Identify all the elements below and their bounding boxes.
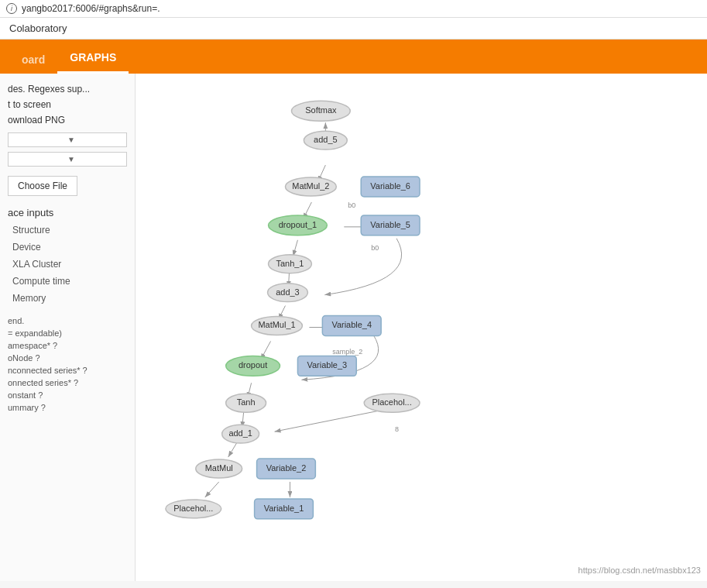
nav-item-board[interactable]: oard bbox=[9, 46, 57, 74]
choose-file-button[interactable]: Choose File bbox=[8, 176, 77, 196]
node-add1[interactable]: add_1 bbox=[222, 425, 259, 443]
sidebar-item-compute[interactable]: Compute time bbox=[0, 273, 135, 290]
select-1[interactable]: ▼ bbox=[8, 132, 127, 147]
svg-text:dropout_1: dropout_1 bbox=[279, 220, 317, 229]
node-variable6[interactable]: Variable_6 bbox=[361, 177, 420, 197]
svg-text:Variable_6: Variable_6 bbox=[370, 181, 410, 191]
select-1-arrow: ▼ bbox=[67, 136, 122, 144]
svg-line-14 bbox=[228, 442, 238, 457]
svg-text:b0: b0 bbox=[348, 201, 355, 209]
node-matmul2[interactable]: MatMul_2 bbox=[285, 177, 336, 196]
select-2-arrow: ▼ bbox=[67, 155, 122, 163]
legend-constant[interactable]: onstant ? bbox=[0, 389, 135, 401]
svg-text:Variable_5: Variable_5 bbox=[370, 220, 410, 229]
svg-text:Softmax: Softmax bbox=[305, 105, 337, 115]
node-variable1[interactable]: Variable_1 bbox=[255, 499, 314, 519]
node-variable2[interactable]: Variable_2 bbox=[257, 459, 316, 479]
node-placeholder-left[interactable]: Placehol... bbox=[166, 500, 221, 518]
svg-text:Placehol...: Placehol... bbox=[372, 397, 411, 407]
legend-namespace[interactable]: amespace* ? bbox=[0, 339, 135, 352]
node-variable3[interactable]: Variable_3 bbox=[297, 356, 356, 376]
inputs-heading: ace inputs bbox=[0, 201, 135, 222]
sidebar-item-structure[interactable]: Structure bbox=[0, 222, 135, 239]
node-dropout1[interactable]: dropout_1 bbox=[269, 215, 328, 236]
svg-text:Tanh: Tanh bbox=[237, 397, 256, 407]
app-title: Colaboratory bbox=[9, 22, 67, 34]
graph-svg: Softmax add_5 MatMul_2 Variable_6 dropou… bbox=[136, 74, 707, 581]
svg-text:add_5: add_5 bbox=[314, 135, 338, 144]
svg-text:Placehol...: Placehol... bbox=[173, 504, 213, 513]
sidebar: des. Regexes sup... t to screen ownload … bbox=[0, 74, 136, 581]
node-matmul1[interactable]: MatMul_1 bbox=[252, 317, 303, 335]
graph-area[interactable]: Softmax add_5 MatMul_2 Variable_6 dropou… bbox=[136, 74, 707, 581]
app-title-bar: Colaboratory bbox=[0, 18, 707, 40]
legend-expandable: = expandable) bbox=[0, 327, 135, 339]
svg-text:MatMul_2: MatMul_2 bbox=[292, 181, 329, 191]
svg-text:Variable_2: Variable_2 bbox=[266, 463, 307, 473]
url-text: yangbo2017:6006/#graphs&run=. bbox=[22, 3, 160, 14]
svg-text:add_3: add_3 bbox=[276, 287, 300, 297]
svg-line-16 bbox=[205, 482, 219, 497]
legend-connected[interactable]: onnected series* ? bbox=[0, 377, 135, 389]
node-softmax[interactable]: Softmax bbox=[291, 101, 350, 121]
sidebar-item-memory[interactable]: Memory bbox=[0, 290, 135, 307]
node-placeholder-right[interactable]: Placehol... bbox=[364, 394, 420, 412]
node-matmul[interactable]: MatMul bbox=[196, 459, 242, 478]
svg-text:MatMul: MatMul bbox=[205, 463, 233, 473]
svg-text:Tanh_1: Tanh_1 bbox=[276, 259, 304, 268]
svg-text:Variable_1: Variable_1 bbox=[264, 504, 304, 513]
main-layout: des. Regexes sup... t to screen ownload … bbox=[0, 74, 707, 581]
legend-end: end. bbox=[0, 315, 135, 327]
svg-text:b0: b0 bbox=[371, 244, 379, 252]
svg-text:8: 8 bbox=[395, 425, 399, 433]
select-2[interactable]: ▼ bbox=[8, 152, 127, 167]
node-add3[interactable]: add_3 bbox=[268, 284, 308, 302]
sidebar-item-xla[interactable]: XLA Cluster bbox=[0, 256, 135, 273]
svg-text:MatMul_1: MatMul_1 bbox=[258, 320, 295, 329]
fit-to-screen-btn[interactable]: t to screen bbox=[0, 97, 135, 112]
nav-bar: oard GRAPHS bbox=[0, 40, 707, 74]
filter-text: des. Regexes sup... bbox=[0, 81, 135, 97]
svg-text:dropout: dropout bbox=[239, 360, 267, 370]
download-png-btn[interactable]: ownload PNG bbox=[0, 112, 135, 128]
watermark: https://blog.csdn.net/masbbx123 bbox=[578, 566, 701, 575]
node-variable5[interactable]: Variable_5 bbox=[361, 215, 420, 236]
svg-text:add_1: add_1 bbox=[228, 428, 252, 438]
svg-text:sample_2: sample_2 bbox=[332, 348, 362, 356]
sidebar-item-device[interactable]: Device bbox=[0, 239, 135, 256]
node-tanh[interactable]: Tanh bbox=[226, 394, 266, 412]
legend-unconnected[interactable]: nconnected series* ? bbox=[0, 364, 135, 377]
svg-line-18 bbox=[275, 408, 391, 432]
svg-text:Variable_4: Variable_4 bbox=[331, 320, 372, 329]
legend-summary[interactable]: ummary ? bbox=[0, 401, 135, 414]
svg-text:Variable_3: Variable_3 bbox=[307, 360, 348, 370]
node-dropout[interactable]: dropout bbox=[226, 356, 280, 376]
node-variable4[interactable]: Variable_4 bbox=[322, 316, 381, 336]
nav-item-graphs[interactable]: GRAPHS bbox=[57, 43, 129, 74]
url-bar: i yangbo2017:6006/#graphs&run=. bbox=[0, 0, 707, 18]
node-tanh1[interactable]: Tanh_1 bbox=[269, 255, 312, 273]
legend-opnode[interactable]: oNode ? bbox=[0, 352, 135, 364]
node-add5[interactable]: add_5 bbox=[304, 131, 347, 150]
info-icon: i bbox=[6, 3, 17, 14]
svg-line-6 bbox=[293, 240, 297, 256]
